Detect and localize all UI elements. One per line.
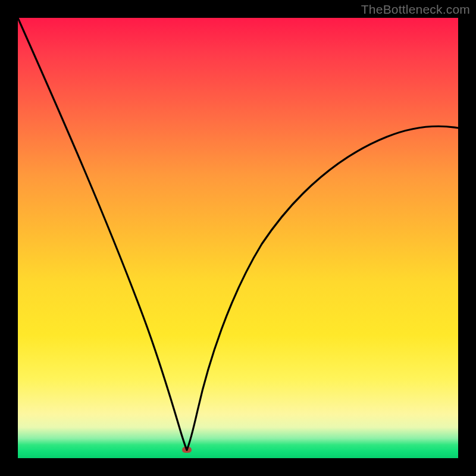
plot-area (18, 18, 458, 458)
curve-left-branch (18, 18, 187, 450)
bottleneck-curve (18, 18, 458, 458)
chart-frame: TheBottleneck.com (0, 0, 476, 476)
curve-right-branch (187, 126, 458, 450)
watermark-text: TheBottleneck.com (361, 2, 470, 17)
